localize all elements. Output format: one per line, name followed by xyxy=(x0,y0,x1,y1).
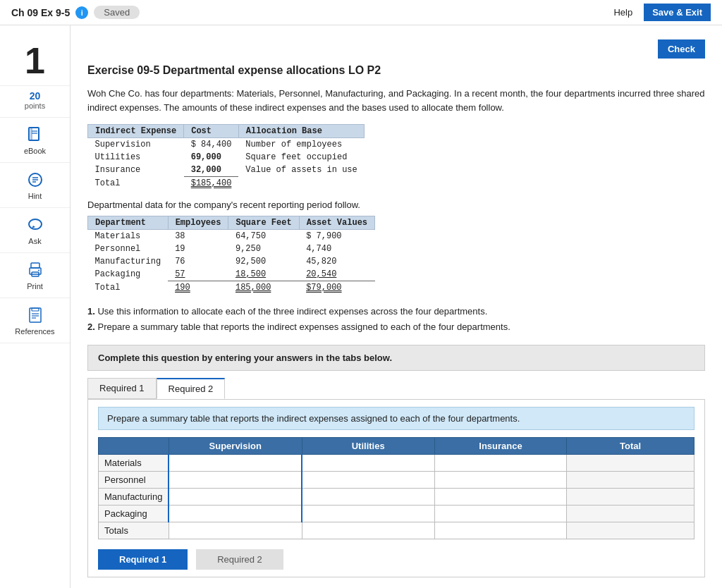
input-field[interactable] xyxy=(307,456,430,470)
input-totals-supervision[interactable] xyxy=(169,522,302,539)
tab-required2[interactable]: Required 2 xyxy=(157,378,226,399)
section-heading: Departmental data for the company's rece… xyxy=(87,200,705,210)
input-packaging-utilities[interactable] xyxy=(302,506,434,522)
input-totals-utilities[interactable] xyxy=(302,522,434,539)
check-button[interactable]: Check xyxy=(658,39,705,59)
hint-label: Hint xyxy=(28,192,42,200)
cell-expense-total: Total xyxy=(88,177,184,190)
input-field[interactable] xyxy=(439,507,563,520)
input-materials-supervision[interactable] xyxy=(169,455,302,472)
ebook-label: eBook xyxy=(24,147,46,155)
cell-base-total xyxy=(238,177,364,190)
input-packaging-supervision[interactable] xyxy=(169,506,302,522)
input-personnel-utilities[interactable] xyxy=(302,472,434,489)
input-totals-total[interactable] xyxy=(567,522,695,539)
col-department: Department xyxy=(88,216,169,230)
main-layout: 1 20 points eBook xyxy=(0,25,722,588)
svg-rect-10 xyxy=(31,263,39,268)
indirect-expense-table: Indirect Expense Cost Allocation Base Su… xyxy=(87,124,365,190)
tab-required1[interactable]: Required 1 xyxy=(87,378,157,399)
input-field[interactable] xyxy=(173,456,297,470)
input-field[interactable] xyxy=(307,507,430,520)
row-label-manufacturing: Manufacturing xyxy=(99,489,169,506)
input-field[interactable] xyxy=(571,458,690,468)
cell-sqft-2: 92,500 xyxy=(228,255,299,268)
instruction-2: 2. Prepare a summary table that reports … xyxy=(87,319,705,335)
input-field[interactable] xyxy=(439,490,563,503)
svg-point-8 xyxy=(29,219,42,229)
svg-marker-9 xyxy=(32,226,35,228)
input-field[interactable] xyxy=(439,473,563,486)
points-label: points xyxy=(0,102,70,110)
cell-emp-3: 57 xyxy=(168,268,228,281)
col-header-blank xyxy=(99,438,169,455)
required2-nav-button[interactable]: Required 2 xyxy=(196,549,283,570)
input-personnel-total[interactable] xyxy=(567,472,695,489)
ask-label: Ask xyxy=(28,237,41,245)
input-field[interactable] xyxy=(173,473,297,486)
dept-table: Department Employees Square Feet Asset V… xyxy=(87,216,375,294)
input-manufacturing-insurance[interactable] xyxy=(434,489,567,506)
cell-emp-0: 38 xyxy=(168,230,228,243)
input-packaging-insurance[interactable] xyxy=(434,506,567,522)
save-exit-button[interactable]: Save & Exit xyxy=(644,4,711,21)
input-field[interactable] xyxy=(173,507,297,520)
cell-sqft-3: 18,500 xyxy=(228,268,299,281)
input-field[interactable] xyxy=(173,524,298,537)
input-field[interactable] xyxy=(571,474,690,485)
input-field[interactable] xyxy=(571,525,690,536)
input-field[interactable] xyxy=(571,491,690,502)
points-info: 20 points xyxy=(0,86,70,118)
tab-required1-label: Required 1 xyxy=(99,383,145,393)
tab-content: Prepare a summary table that reports the… xyxy=(87,399,705,577)
input-field[interactable] xyxy=(571,508,690,519)
info-icon[interactable]: i xyxy=(75,6,88,19)
col-assets: Asset Values xyxy=(299,216,374,230)
required1-nav-button[interactable]: Required 1 xyxy=(98,549,188,570)
input-field[interactable] xyxy=(173,490,297,503)
cell-dept-0: Materials xyxy=(88,230,169,243)
row-label-packaging: Packaging xyxy=(99,506,169,522)
header-right: Help Save & Exit xyxy=(613,4,711,21)
input-packaging-total[interactable] xyxy=(567,506,695,522)
cell-assets-1: 4,740 xyxy=(299,243,374,255)
input-totals-insurance[interactable] xyxy=(434,522,567,539)
indirect-expense-table-wrapper: Indirect Expense Cost Allocation Base Su… xyxy=(87,124,705,190)
input-materials-utilities[interactable] xyxy=(302,455,434,472)
input-field[interactable] xyxy=(307,490,430,503)
sidebar-item-references[interactable]: References xyxy=(0,298,70,343)
cell-dept-1: Personnel xyxy=(88,243,169,255)
input-field[interactable] xyxy=(439,524,563,537)
input-table: Supervision Utilities Insurance Total Ma… xyxy=(98,437,695,539)
table-row: Packaging 57 18,500 20,540 xyxy=(88,268,375,281)
content-area: Check Exercise 09-5 Departmental expense… xyxy=(71,25,722,588)
sidebar-item-ebook[interactable]: eBook xyxy=(0,118,70,163)
input-field[interactable] xyxy=(439,456,563,470)
table-row-total: Total 190 185,000 $79,000 xyxy=(88,281,375,295)
input-materials-insurance[interactable] xyxy=(434,455,567,472)
cell-expense-0: Supervision xyxy=(88,138,184,152)
sidebar-item-ask[interactable]: Ask xyxy=(0,208,70,253)
col-header-insurance: Insurance xyxy=(434,438,567,455)
cell-dept-2: Manufacturing xyxy=(88,255,169,268)
input-field[interactable] xyxy=(307,473,430,486)
table-row: Materials 38 64,750 $ 7,900 xyxy=(88,230,375,243)
help-link[interactable]: Help xyxy=(613,7,632,18)
input-personnel-supervision[interactable] xyxy=(169,472,302,489)
input-manufacturing-utilities[interactable] xyxy=(302,489,434,506)
input-field[interactable] xyxy=(307,524,430,537)
table-row: Manufacturing 76 92,500 45,820 xyxy=(88,255,375,268)
sidebar-item-hint[interactable]: Hint xyxy=(0,163,70,208)
input-manufacturing-total[interactable] xyxy=(567,489,695,506)
sidebar: 1 20 points eBook xyxy=(0,25,71,588)
input-personnel-insurance[interactable] xyxy=(434,472,567,489)
cell-sqft-total: 185,000 xyxy=(228,281,299,295)
page-title: Ch 09 Ex 9-5 xyxy=(11,7,70,18)
input-materials-total[interactable] xyxy=(567,455,695,472)
row-label-personnel: Personnel xyxy=(99,472,169,489)
cell-cost-total: $185,400 xyxy=(184,177,239,190)
input-manufacturing-supervision[interactable] xyxy=(169,489,302,506)
exercise-description: Woh Che Co. has four departments: Materi… xyxy=(87,87,705,114)
col-header-total: Total xyxy=(567,438,695,455)
sidebar-item-print[interactable]: Print xyxy=(0,253,70,298)
